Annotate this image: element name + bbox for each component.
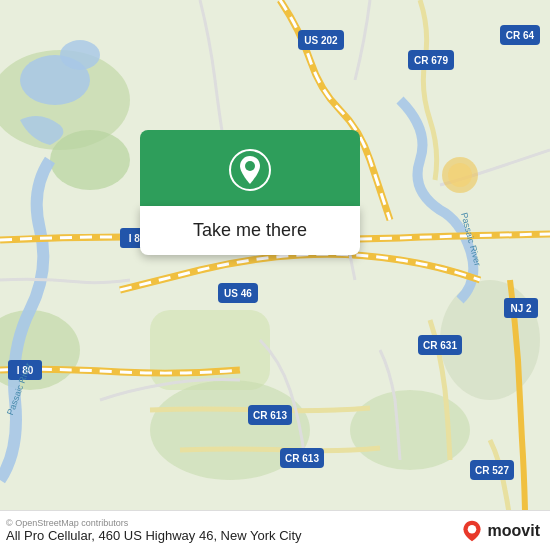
svg-text:US 202: US 202 <box>304 35 338 46</box>
map-svg: US 202 CR 679 CR 64 I 80 US 46 CR 613 CR… <box>0 0 550 510</box>
svg-text:NJ 2: NJ 2 <box>510 303 532 314</box>
location-text: All Pro Cellular, 460 US Highway 46, New… <box>6 528 302 543</box>
bottom-left: © OpenStreetMap contributors All Pro Cel… <box>6 518 302 543</box>
map-container: US 202 CR 679 CR 64 I 80 US 46 CR 613 CR… <box>0 0 550 510</box>
svg-point-9 <box>60 40 100 70</box>
pin-area <box>140 130 360 206</box>
bottom-bar: © OpenStreetMap contributors All Pro Cel… <box>0 510 550 550</box>
svg-text:CR 631: CR 631 <box>423 340 457 351</box>
svg-point-2 <box>50 130 130 190</box>
moovit-text: moovit <box>488 522 540 540</box>
svg-rect-4 <box>150 310 270 390</box>
svg-text:US 46: US 46 <box>224 288 252 299</box>
attribution-text: © OpenStreetMap contributors <box>6 518 302 528</box>
location-pin-icon <box>228 148 272 192</box>
svg-text:CR 613: CR 613 <box>253 410 287 421</box>
svg-text:CR 64: CR 64 <box>506 30 535 41</box>
svg-text:CR 527: CR 527 <box>475 465 509 476</box>
take-me-there-button[interactable]: Take me there <box>140 206 360 255</box>
moovit-logo: moovit <box>460 519 540 543</box>
svg-point-37 <box>245 161 255 171</box>
svg-point-38 <box>467 525 476 534</box>
svg-text:CR 679: CR 679 <box>414 55 448 66</box>
moovit-pin-icon <box>460 519 484 543</box>
svg-text:CR 613: CR 613 <box>285 453 319 464</box>
button-overlay: Take me there <box>140 130 360 255</box>
svg-point-11 <box>448 163 472 187</box>
